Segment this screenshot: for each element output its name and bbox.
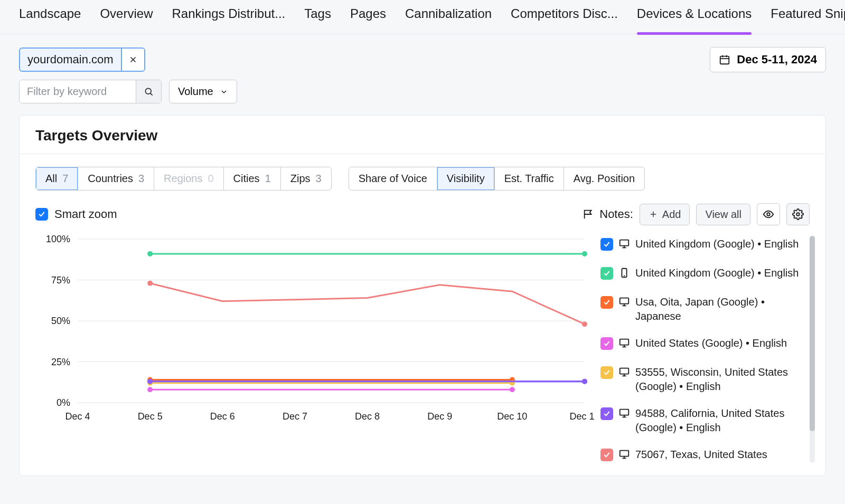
x-tick-label: Dec 4 (65, 411, 90, 422)
x-tick-label: Dec 7 (283, 411, 307, 422)
check-icon (603, 410, 611, 418)
legend-label: 75067, Texas, United States (635, 448, 767, 462)
legend-item[interactable]: 75067, Texas, United States (600, 444, 805, 473)
seg-avg-position[interactable]: Avg. Position (564, 167, 644, 190)
x-tick-label: Dec 10 (497, 411, 527, 422)
legend-scrollbar[interactable] (810, 236, 815, 463)
svg-point-3 (796, 213, 800, 216)
notes-toolbar: Notes: Add View all (583, 203, 810, 225)
controls-row: Smart zoom Notes: Add View all (20, 197, 825, 230)
check-icon (603, 368, 611, 377)
calendar-icon (719, 54, 730, 65)
seg-visibility[interactable]: Visibility (437, 167, 495, 190)
smart-zoom-toggle[interactable]: Smart zoom (35, 207, 117, 221)
check-icon (603, 298, 611, 307)
legend-item[interactable]: Usa, Oita, Japan (Google) • Japanese (600, 292, 805, 333)
tab-competitors-discovery[interactable]: Competitors Disc... (511, 6, 618, 25)
chart-series-line (150, 283, 585, 325)
svg-point-2 (767, 213, 770, 216)
legend-checkbox[interactable] (600, 449, 613, 461)
legend-item[interactable]: United Kingdom (Google) • English (600, 234, 805, 263)
legend-checkbox[interactable] (600, 337, 613, 350)
tab-pages[interactable]: Pages (350, 6, 386, 25)
notes-text: Notes: (599, 207, 633, 221)
svg-rect-12 (620, 339, 629, 345)
notes-add-button[interactable]: Add (640, 204, 690, 225)
y-tick-label: 100% (46, 234, 70, 244)
legend-checkbox[interactable] (600, 407, 613, 420)
seg-est-traffic[interactable]: Est. Traffic (495, 167, 564, 190)
check-icon (603, 240, 611, 249)
x-tick-label: Dec 5 (138, 411, 163, 422)
legend-item[interactable]: 94588, California, United States (Google… (600, 403, 805, 444)
tab-landscape[interactable]: Landscape (19, 6, 81, 25)
chart-point (147, 281, 153, 286)
tab-overview[interactable]: Overview (100, 6, 153, 25)
smart-zoom-label: Smart zoom (54, 207, 117, 221)
chevron-down-icon (220, 88, 228, 96)
legend-label: 53555, Wisconsin, United States (Google)… (635, 365, 805, 394)
svg-rect-15 (620, 451, 629, 457)
legend-checkbox[interactable] (600, 296, 613, 309)
close-icon (128, 55, 138, 64)
plus-icon (649, 210, 658, 219)
date-range-label: Dec 5-11, 2024 (737, 53, 817, 66)
x-tick-label: Dec 6 (210, 411, 235, 422)
settings-button[interactable] (786, 203, 810, 225)
keyword-search-button[interactable] (136, 80, 161, 103)
y-tick-label: 50% (51, 316, 70, 326)
svg-rect-13 (620, 368, 629, 374)
tab-devices-locations[interactable]: Devices & Locations (637, 6, 752, 25)
tabs-row: All7 Countries3 Regions0 Cities1 Zips3 S… (20, 154, 825, 197)
svg-rect-9 (620, 240, 629, 246)
legend-item[interactable]: United States (Google) • English (600, 333, 805, 362)
search-icon (144, 87, 154, 97)
tab-tags[interactable]: Tags (304, 6, 331, 25)
chart-point (582, 379, 587, 384)
check-icon (603, 339, 611, 348)
keyword-input[interactable] (20, 80, 136, 103)
tab-featured-snippets[interactable]: Featured Snippets (771, 6, 845, 25)
volume-label: Volume (178, 85, 213, 98)
legend-checkbox[interactable] (600, 238, 613, 251)
seg-share-of-voice[interactable]: Share of Voice (349, 167, 437, 190)
filter-row-2: Volume (0, 72, 845, 115)
tab-rankings-distribution[interactable]: Rankings Distribut... (172, 6, 285, 25)
date-range-button[interactable]: Dec 5-11, 2024 (710, 47, 826, 72)
domain-chip-remove[interactable] (121, 49, 144, 71)
line-chart: 0%25%50%75%100%Dec 4Dec 5Dec 6Dec 7Dec 8… (35, 234, 595, 429)
desktop-icon (618, 407, 630, 423)
check-icon (603, 269, 611, 278)
notes-view-all-button[interactable]: View all (696, 204, 750, 225)
svg-point-1 (145, 88, 151, 94)
y-tick-label: 75% (51, 275, 70, 286)
y-tick-label: 0% (57, 397, 70, 408)
desktop-icon (618, 296, 630, 311)
check-icon (37, 210, 46, 218)
legend-checkbox[interactable] (600, 267, 613, 280)
x-tick-label: Dec 9 (427, 411, 452, 422)
x-tick-label: Dec 11 (569, 411, 595, 422)
check-icon (603, 451, 611, 459)
volume-dropdown[interactable]: Volume (169, 80, 237, 103)
segmented-targets: All7 Countries3 Regions0 Cities1 Zips3 (35, 167, 332, 191)
legend-checkbox[interactable] (600, 366, 613, 379)
chart-point (582, 251, 587, 256)
seg-zips[interactable]: Zips3 (281, 167, 331, 190)
seg-countries[interactable]: Countries3 (78, 167, 154, 190)
domain-chip-label: yourdomain.com (20, 49, 121, 71)
top-nav: Landscape Overview Rankings Distribut...… (0, 0, 845, 34)
svg-rect-0 (720, 56, 729, 64)
seg-cities[interactable]: Cities1 (224, 167, 281, 190)
legend-scroll-thumb[interactable] (810, 236, 815, 431)
desktop-icon (618, 449, 630, 464)
visibility-toggle-button[interactable] (757, 203, 780, 225)
tab-cannibalization[interactable]: Cannibalization (405, 6, 492, 25)
chart-point (147, 379, 153, 384)
seg-all[interactable]: All7 (36, 167, 78, 190)
legend-item[interactable]: United Kingdom (Google) • English (600, 263, 805, 292)
gear-icon (792, 208, 804, 220)
svg-rect-14 (620, 410, 629, 415)
smart-zoom-checkbox[interactable] (35, 208, 48, 221)
legend-item[interactable]: 53555, Wisconsin, United States (Google)… (600, 362, 805, 403)
